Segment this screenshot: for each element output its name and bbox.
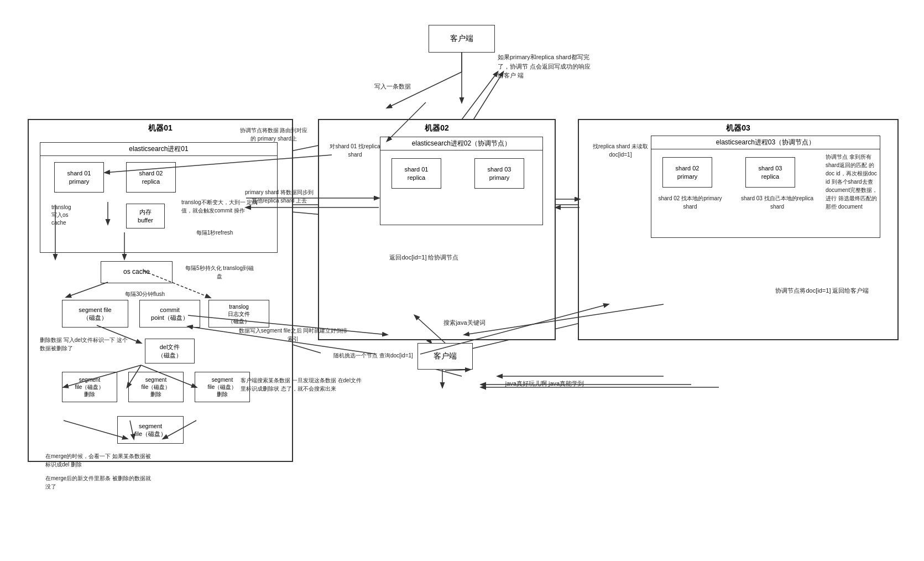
os-cache-box: os cache	[101, 261, 173, 283]
process-02-label: elasticsearch进程02（协调节点）	[380, 137, 542, 150]
write-record-annotation: 写入一条数据	[359, 82, 426, 91]
persist-5s-note: 每隔5秒持久化 translog到磁盘	[184, 264, 255, 280]
delete-data-note: 删除数据 写入del文件标识一下 这个数据被删除了	[40, 336, 128, 352]
process-03-label: elasticsearch进程03（协调节点）	[651, 136, 880, 149]
primary-replica-done-annotation: 如果primary和replica shard都写完了，协调节 点会返回写成功的…	[498, 53, 594, 80]
machine-02-box: 机器02 对shard 01 找replica shard elasticsea…	[318, 119, 556, 340]
shard-01-replica-m02-box: shard 01replica	[391, 158, 441, 189]
shard-02-primary-m03-box: shard 02primary	[662, 157, 712, 188]
translog-disk-box: translog日志文件（磁盘）	[208, 300, 269, 328]
segment-index-note: 数据写入segment file之后 同时就建立好倒排索引	[238, 326, 348, 343]
machine-03-box: 机器03 找replica shard 未读取doc[id=1] elastic…	[578, 119, 899, 340]
random-select-node-note: 随机挑选一个节点 查询doc[id=1]	[326, 351, 420, 360]
process-01-label: elasticsearch进程01	[40, 143, 277, 156]
diagram-container: 客户端 写入一条数据 如果primary和replica shard都写完了，协…	[0, 0, 924, 561]
memory-buffer-box: 内存buffer	[126, 204, 165, 228]
process-03-box: elasticsearch进程03（协调节点） shard 02primary …	[651, 136, 880, 238]
client-search-del-note: 客户端搜索某条数据 一旦发现这条数据 在del文件里标识成删除状 态了，就不会搜…	[241, 376, 362, 393]
commit-point-disk-box: commitpoint（磁盘）	[139, 300, 200, 328]
refresh-1s-note: 每隔1秒refresh	[187, 228, 242, 237]
translog-os-cache-label: translog写入os cache	[51, 204, 85, 227]
seg-merge-box: segmentfile（磁盘）	[117, 416, 184, 444]
find-replica-m02-note: 对shard 01 找replica shard	[325, 142, 385, 159]
shard-01-primary-box: shard 01primary	[54, 162, 104, 193]
segment-file-disk-box: segment file（磁盘）	[62, 300, 128, 328]
java-good-note: java真好玩儿啊 java真能学到	[498, 379, 592, 388]
shard-02-replica-m01-box: shard 02replica	[126, 162, 176, 193]
process-01-box: elasticsearch进程01 shard 01primary shard …	[40, 142, 278, 253]
coord-aggregate-note: 协调节点 拿到所有shard返回的匹配 的doc id，再次根据doc id 到…	[826, 153, 878, 211]
flush-30m-note: 每隔30分钟flush	[117, 290, 173, 298]
client-bottom-box: 客户端	[417, 343, 473, 370]
coord-route-annotation: 协调节点将数据 路由到对应的 primary shard上	[238, 126, 310, 143]
seg-del-2-box: segmentfile（磁盘）删除	[128, 372, 184, 402]
shard02-find-primary-note: shard 02 找本地的primary shard	[657, 194, 723, 211]
client-top-box: 客户端	[429, 25, 495, 53]
find-replica-m03-note: 找replica shard 未读取doc[id=1]	[584, 142, 656, 159]
client-top-label: 客户端	[450, 34, 473, 44]
primary-sync-annotation: primary shard 将数据同步到 其他replica shard 上去	[243, 188, 315, 205]
search-java-note: 搜索java关键词	[415, 318, 514, 328]
del-file-box: del文件（磁盘）	[145, 339, 195, 363]
client-bottom-label: 客户端	[434, 351, 457, 361]
machine-03-label: 机器03	[579, 123, 897, 133]
machine-02-label: 机器02	[319, 123, 555, 133]
seg-del-1-box: segmentfile（磁盘）删除	[62, 372, 117, 402]
merge-note-1: 在merge的时候，会看一下 如果某条数据被标识成del 删除	[45, 452, 156, 469]
shard03-find-replica-note: shard 03 找自己本地的replica shard	[737, 194, 817, 211]
process-02-box: elasticsearch进程02（协调节点） shard 01replica …	[380, 137, 543, 225]
shard-03-primary-m02-box: shard 03primary	[474, 158, 524, 189]
coord-return-client-note: 协调节点将doc[id=1] 返回给客户端	[772, 286, 872, 295]
return-doc-coord-note: 返回doc[id=1] 给协调节点	[374, 253, 474, 262]
shard-03-replica-m03-box: shard 03replica	[745, 157, 795, 188]
machine-01-box: 机器01 elasticsearch进程01 shard 01primary s…	[28, 119, 293, 462]
merge-note-2: 在merge后的新文件里那条 被删除的数据就没了	[45, 474, 156, 491]
